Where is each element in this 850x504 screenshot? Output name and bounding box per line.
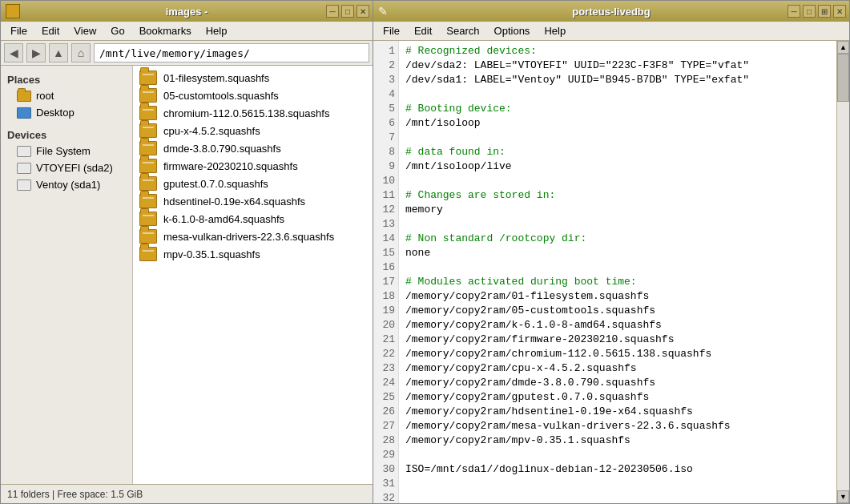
fm-titlebar: images - ─ □ ✕ xyxy=(1,1,373,22)
file-name: gputest.0.7.0.squashfs xyxy=(163,178,268,190)
line-number: 16 xyxy=(377,260,395,275)
list-item[interactable]: hdsentinel-0.19e-x64.squashfs xyxy=(133,192,373,210)
list-item[interactable]: k-6.1.0-8-amd64.squashfs xyxy=(133,210,373,228)
te-scroll-up-button[interactable]: ▲ xyxy=(837,41,849,54)
line-number: 11 xyxy=(377,188,395,203)
line-number: 26 xyxy=(377,405,395,419)
code-line: /memory/copy2ram/01-filesystem.squashfs xyxy=(405,289,830,304)
line-number: 22 xyxy=(377,347,395,361)
te-menu-edit[interactable]: Edit xyxy=(408,23,438,38)
te-close-button[interactable]: ✕ xyxy=(833,5,846,18)
folder-icon xyxy=(17,91,31,102)
te-menu-search[interactable]: Search xyxy=(440,23,485,38)
vtoyefi-icon xyxy=(17,163,31,174)
fm-back-button[interactable]: ◀ xyxy=(4,43,23,62)
fm-titlebar-buttons: ─ □ ✕ xyxy=(326,5,369,18)
code-line: /memory/copy2ram/dmde-3.8.0.790.squashfs xyxy=(405,376,830,390)
sidebar-item-desktop-label: Desktop xyxy=(36,107,75,119)
te-scroll-down-button[interactable]: ▼ xyxy=(837,490,849,503)
code-line xyxy=(405,217,830,232)
te-menu-help[interactable]: Help xyxy=(538,23,572,38)
code-line: # Booting device: xyxy=(405,102,830,116)
sidebar-item-root-label: root xyxy=(36,90,54,102)
list-item[interactable]: chromium-112.0.5615.138.squashfs xyxy=(133,104,373,122)
code-line: /memory/copy2ram/05-customtools.squashfs xyxy=(405,304,830,318)
sidebar-item-filesystem[interactable]: File System xyxy=(1,143,132,159)
file-icon xyxy=(139,159,157,173)
line-number: 1 xyxy=(377,44,395,58)
list-item[interactable]: 01-filesystem.squashfs xyxy=(133,69,373,87)
list-item[interactable]: firmware-20230210.squashfs xyxy=(133,157,373,175)
ventoy-icon xyxy=(17,179,31,191)
drive-icon xyxy=(17,146,31,157)
line-number: 9 xyxy=(377,159,395,174)
te-menu-file[interactable]: File xyxy=(377,23,406,38)
fm-close-button[interactable]: ✕ xyxy=(357,5,369,18)
sidebar-item-root[interactable]: root xyxy=(1,87,132,104)
sidebar-item-ventoy-label: Ventoy (sda1) xyxy=(36,179,100,191)
fm-menu-bookmarks[interactable]: Bookmarks xyxy=(133,23,198,38)
fm-title-icon xyxy=(6,4,20,18)
list-item[interactable]: cpu-x-4.5.2.squashfs xyxy=(133,122,373,139)
te-titlebar-buttons: ─ □ ⊞ ✕ xyxy=(788,5,846,18)
line-number: 18 xyxy=(377,289,395,304)
te-scrollbar: ▲ ▼ xyxy=(836,41,849,503)
list-item[interactable]: gputest.0.7.0.squashfs xyxy=(133,175,373,192)
code-line: /memory/copy2ram/mpv-0.35.1.squashfs xyxy=(405,433,830,448)
fm-address-input[interactable] xyxy=(94,43,369,62)
code-line xyxy=(405,491,830,503)
code-line: ISO=/mnt/sda1//doglinux-debian-12-202305… xyxy=(405,462,830,477)
fm-minimize-button[interactable]: ─ xyxy=(326,5,339,18)
fm-menu-go[interactable]: Go xyxy=(104,23,131,38)
line-number: 31 xyxy=(377,477,395,491)
fm-up-button[interactable]: ▲ xyxy=(49,43,68,62)
file-name: dmde-3.8.0.790.squashfs xyxy=(163,143,281,155)
file-manager: images - ─ □ ✕ File Edit View Go Bookmar… xyxy=(0,0,373,504)
list-item[interactable]: 05-customtools.squashfs xyxy=(133,87,373,104)
code-line: /memory/copy2ram/chromium-112.0.5615.138… xyxy=(405,347,830,361)
sidebar-item-ventoy[interactable]: Ventoy (sda1) xyxy=(1,176,132,193)
te-scroll-track[interactable] xyxy=(837,54,849,490)
list-item[interactable]: dmde-3.8.0.790.squashfs xyxy=(133,139,373,157)
fm-forward-button[interactable]: ▶ xyxy=(26,43,46,62)
code-line xyxy=(405,131,830,145)
line-number: 3 xyxy=(377,73,395,87)
te-code-area[interactable]: # Recognized devices:/dev/sda2: LABEL="V… xyxy=(399,41,836,503)
sidebar-item-desktop[interactable]: Desktop xyxy=(1,104,132,121)
fm-menu-help[interactable]: Help xyxy=(199,23,234,38)
fm-sidebar: Places root Desktop Devices File System … xyxy=(1,66,133,484)
sidebar-item-vtoyefi[interactable]: VTOYEFI (sda2) xyxy=(1,159,132,176)
file-icon xyxy=(139,123,157,138)
fm-menu-edit[interactable]: Edit xyxy=(35,23,66,38)
list-item[interactable]: mpv-0.35.1.squashfs xyxy=(133,245,373,263)
te-title: porteus-livedbg xyxy=(572,6,651,18)
fm-maximize-button[interactable]: □ xyxy=(341,5,354,18)
line-number: 28 xyxy=(377,433,395,448)
fm-menu-view[interactable]: View xyxy=(67,23,103,38)
te-maximize-button[interactable]: □ xyxy=(803,5,816,18)
fm-status-text: 11 folders | Free space: 1.5 GiB xyxy=(7,489,143,500)
code-line: /memory/copy2ram/firmware-20230210.squas… xyxy=(405,333,830,347)
code-line: /dev/sda1: LABEL="Ventoy" UUID="B945-B7D… xyxy=(405,73,830,87)
fm-menu-file[interactable]: File xyxy=(4,23,34,38)
te-line-numbers: 1234567891011121314151617181920212223242… xyxy=(373,41,399,503)
te-minimize-button[interactable]: ─ xyxy=(788,5,800,18)
file-icon xyxy=(139,212,157,226)
list-item[interactable]: mesa-vulkan-drivers-22.3.6.squashfs xyxy=(133,228,373,245)
code-line xyxy=(405,174,830,188)
te-menu-options[interactable]: Options xyxy=(488,23,537,38)
file-name: cpu-x-4.5.2.squashfs xyxy=(163,125,260,137)
line-number: 20 xyxy=(377,318,395,333)
line-number: 7 xyxy=(377,131,395,145)
te-fullscreen-button[interactable]: ⊞ xyxy=(818,5,831,18)
te-titlebar: ✎ porteus-livedbg ─ □ ⊞ ✕ xyxy=(373,1,849,22)
fm-title: images - xyxy=(166,6,208,18)
code-line: /memory/copy2ram/hdsentinel-0.19e-x64.sq… xyxy=(405,405,830,419)
code-line: /memory/copy2ram/cpu-x-4.5.2.squashfs xyxy=(405,361,830,376)
code-line: /dev/sda2: LABEL="VTOYEFI" UUID="223C-F3… xyxy=(405,58,830,73)
fm-home-button[interactable]: ⌂ xyxy=(71,43,91,62)
te-scroll-thumb[interactable] xyxy=(837,54,849,102)
file-icon xyxy=(139,194,157,208)
fm-filelist: 01-filesystem.squashfs05-customtools.squ… xyxy=(133,66,373,484)
line-number: 15 xyxy=(377,246,395,260)
